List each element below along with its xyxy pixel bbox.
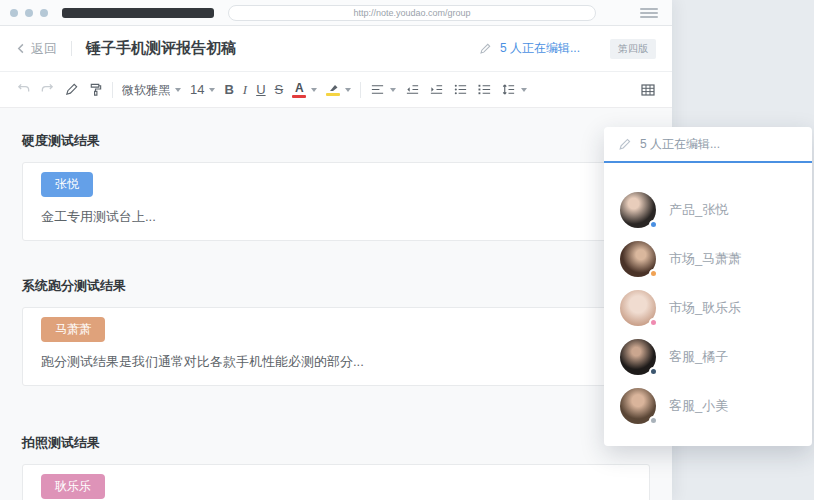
pencil-icon <box>618 137 632 151</box>
user-name: 客服_小美 <box>669 397 728 415</box>
status-dot <box>649 367 658 376</box>
strikethrough-button[interactable]: S <box>275 83 284 96</box>
line-spacing-button[interactable] <box>501 82 527 97</box>
browser-tab[interactable] <box>62 8 214 18</box>
editors-dropdown-panel: 5 人正在编辑... 产品_张悦 市场_马萧萧 市场_耿乐乐 客服_橘子 客服_… <box>604 127 812 446</box>
browser-titlebar: http://note.youdao.com/group <box>0 0 672 26</box>
browser-window: http://note.youdao.com/group 返回 锤子手机测评报告… <box>0 0 672 500</box>
window-minimize-button[interactable] <box>25 9 33 17</box>
table-grid-icon <box>640 82 656 98</box>
panel-header-label: 5 人正在编辑... <box>640 136 720 153</box>
document-section-camera: 拍照测试结果 耿乐乐 我们将手机放置在室外不同光线条件下... <box>22 434 650 500</box>
avatar <box>620 241 656 277</box>
underline-button[interactable]: U <box>256 83 265 96</box>
pencil-icon <box>479 42 492 55</box>
table-button[interactable] <box>640 82 656 98</box>
content-block[interactable]: 马萧萧 跑分测试结果是我们通常对比各款手机性能必测的部分... <box>22 307 650 386</box>
outdent-button[interactable] <box>405 82 420 97</box>
document-section-benchmark: 系统跑分测试结果 马萧萧 跑分测试结果是我们通常对比各款手机性能必测的部分... <box>22 277 650 386</box>
status-dot <box>649 318 658 327</box>
text-color-button[interactable]: A <box>292 82 317 98</box>
chevron-left-icon <box>16 43 27 54</box>
content-block[interactable]: 张悦 金工专用测试台上... <box>22 162 650 241</box>
editor-user-list: 产品_张悦 市场_马萧萧 市场_耿乐乐 客服_橘子 客服_小美 <box>604 163 812 446</box>
editor-area[interactable]: 硬度测试结果 张悦 金工专用测试台上... 系统跑分测试结果 马萧萧 跑分测试结… <box>0 108 672 500</box>
chevron-down-icon <box>390 88 396 92</box>
format-painter-button[interactable] <box>88 82 103 97</box>
chevron-down-icon <box>209 88 215 92</box>
window-zoom-button[interactable] <box>40 9 48 17</box>
window-close-button[interactable] <box>10 9 18 17</box>
bullet-list-icon <box>453 82 468 97</box>
status-dot <box>649 416 658 425</box>
chevron-down-icon <box>175 88 181 92</box>
chevron-down-icon <box>521 88 527 92</box>
version-badge[interactable]: 第四版 <box>610 39 656 59</box>
status-dot <box>649 220 658 229</box>
editing-indicator[interactable]: 5 人正在编辑... <box>500 40 580 57</box>
bold-button[interactable]: B <box>224 83 233 96</box>
bullet-list-button[interactable] <box>453 82 468 97</box>
author-tag: 马萧萧 <box>41 317 105 342</box>
numbered-list-icon <box>477 82 492 97</box>
avatar <box>620 192 656 228</box>
redo-button[interactable] <box>40 82 55 97</box>
page-title: 锤子手机测评报告初稿 <box>86 39 236 58</box>
chevron-down-icon <box>311 88 317 92</box>
indent-icon <box>429 82 444 97</box>
editor-user-row[interactable]: 市场_马萧萧 <box>604 234 812 283</box>
block-text[interactable]: 跑分测试结果是我们通常对比各款手机性能必测的部分... <box>41 353 631 371</box>
user-name: 客服_橘子 <box>669 348 728 366</box>
user-name: 市场_马萧萧 <box>669 250 741 268</box>
back-label: 返回 <box>31 40 57 58</box>
back-button[interactable]: 返回 <box>16 40 57 58</box>
indent-button[interactable] <box>429 82 444 97</box>
text-color-swatch <box>292 95 306 98</box>
undo-button[interactable] <box>16 82 31 97</box>
content-block[interactable]: 耿乐乐 我们将手机放置在室外不同光线条件下... <box>22 464 650 500</box>
document-section-hardness: 硬度测试结果 张悦 金工专用测试台上... <box>22 132 650 241</box>
italic-button[interactable]: I <box>243 83 247 96</box>
format-painter-icon <box>88 82 103 97</box>
section-heading[interactable]: 系统跑分测试结果 <box>22 277 650 295</box>
user-name: 市场_耿乐乐 <box>669 299 741 317</box>
status-dot <box>649 269 658 278</box>
author-tag: 耿乐乐 <box>41 474 105 499</box>
numbered-list-button[interactable] <box>477 82 492 97</box>
font-size-select[interactable]: 14 <box>190 83 215 96</box>
editor-user-row[interactable]: 客服_橘子 <box>604 332 812 381</box>
browser-menu-icon[interactable] <box>640 8 658 20</box>
undo-icon <box>16 82 31 97</box>
font-size-value: 14 <box>190 83 204 96</box>
redo-icon <box>40 82 55 97</box>
header-divider <box>71 41 72 56</box>
font-family-select[interactable]: 微软雅黑 <box>122 84 181 96</box>
font-family-value: 微软雅黑 <box>122 84 170 96</box>
block-text[interactable]: 金工专用测试台上... <box>41 208 631 226</box>
chevron-down-icon <box>345 88 351 92</box>
highlight-color-button[interactable] <box>326 83 351 96</box>
editor-user-row[interactable]: 产品_张悦 <box>604 185 812 234</box>
document-header: 返回 锤子手机测评报告初稿 5 人正在编辑... 第四版 <box>0 26 672 72</box>
section-heading[interactable]: 硬度测试结果 <box>22 132 650 150</box>
address-bar[interactable]: http://note.youdao.com/group <box>228 5 596 21</box>
panel-header: 5 人正在编辑... <box>604 127 812 163</box>
text-color-letter: A <box>295 82 304 94</box>
align-button[interactable] <box>370 82 396 97</box>
avatar <box>620 339 656 375</box>
editor-user-row[interactable]: 客服_小美 <box>604 381 812 430</box>
highlight-color-swatch <box>326 93 340 96</box>
avatar <box>620 290 656 326</box>
window-controls <box>10 9 48 17</box>
pen-tool-button[interactable] <box>64 82 79 97</box>
pen-icon <box>64 82 79 97</box>
editor-user-row[interactable]: 市场_耿乐乐 <box>604 283 812 332</box>
user-name: 产品_张悦 <box>669 201 728 219</box>
toolbar-divider <box>360 82 361 98</box>
toolbar-divider <box>112 82 113 98</box>
avatar <box>620 388 656 424</box>
formatting-toolbar: 微软雅黑 14 B I U S A <box>0 72 672 108</box>
author-tag: 张悦 <box>41 172 93 197</box>
section-heading[interactable]: 拍照测试结果 <box>22 434 650 452</box>
highlighter-icon <box>327 83 339 92</box>
